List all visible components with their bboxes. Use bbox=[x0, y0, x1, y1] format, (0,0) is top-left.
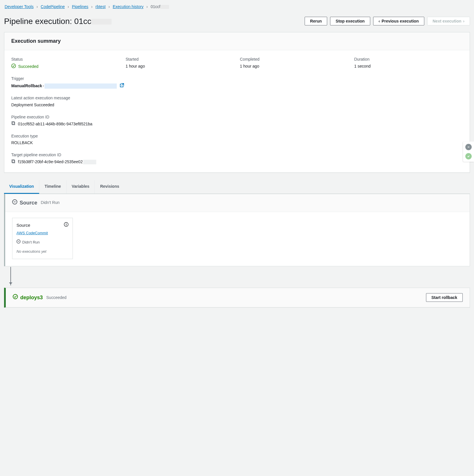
provider-link[interactable]: AWS CodeCommit bbox=[16, 230, 48, 236]
stage-source: Source Didn't Run Source AWS CodeCommit bbox=[4, 194, 470, 267]
action-card-source: Source AWS CodeCommit Didn't Run No exec… bbox=[12, 218, 73, 259]
info-icon[interactable] bbox=[64, 222, 68, 228]
didnt-run-icon bbox=[12, 199, 17, 207]
stage-source-title: Source bbox=[20, 199, 37, 207]
svg-point-8 bbox=[66, 223, 66, 224]
previous-execution-button[interactable]: ‹ Previous execution bbox=[373, 17, 424, 25]
target-exec-id-label: Target pipeline execution ID bbox=[11, 152, 463, 158]
chevron-right-icon: › bbox=[463, 19, 464, 23]
crumb-rbtest[interactable]: rbtest bbox=[95, 4, 105, 10]
trigger-separator: - bbox=[43, 83, 44, 89]
chevron-right-icon: › bbox=[91, 4, 93, 10]
message-label: Latest action execution message bbox=[11, 95, 463, 101]
crumb-developer-tools[interactable]: Developer Tools bbox=[5, 4, 34, 10]
started-value: 1 hour ago bbox=[126, 64, 234, 69]
tab-visualization[interactable]: Visualization bbox=[4, 180, 39, 194]
trigger-type: ManualRollback bbox=[11, 83, 42, 89]
execution-summary-panel: Execution summary Status Succeeded Start… bbox=[4, 32, 470, 173]
next-execution-button: Next execution › bbox=[427, 17, 470, 25]
previous-execution-label: Previous execution bbox=[382, 19, 419, 23]
started-label: Started bbox=[126, 57, 234, 62]
tab-timeline[interactable]: Timeline bbox=[39, 180, 66, 194]
copy-icon[interactable] bbox=[11, 159, 16, 165]
chevron-right-icon: › bbox=[108, 4, 110, 10]
stage-connector-arrow bbox=[10, 267, 11, 285]
floating-status-widget bbox=[463, 142, 474, 162]
action-buttons: Rerun Stop execution ‹ Previous executio… bbox=[305, 17, 470, 25]
svg-rect-9 bbox=[66, 224, 66, 226]
minus-circle-icon[interactable] bbox=[465, 144, 472, 150]
next-execution-label: Next execution bbox=[433, 19, 462, 23]
stage-deploys3: deploys3 Succeeded Start rollback bbox=[4, 288, 470, 308]
stage-deploy-status: Succeeded bbox=[46, 295, 66, 301]
stop-execution-button[interactable]: Stop execution bbox=[330, 17, 370, 25]
message-value: Deployment Succeeded bbox=[11, 102, 463, 108]
exec-type-value: ROLLBACK bbox=[11, 140, 463, 146]
rerun-button[interactable]: Rerun bbox=[305, 17, 327, 25]
panel-title: Execution summary bbox=[4, 32, 470, 50]
duration-label: Duration bbox=[354, 57, 463, 62]
exec-id-label: Pipeline execution ID bbox=[11, 114, 463, 120]
redacted-text bbox=[91, 19, 112, 25]
chevron-right-icon: › bbox=[147, 4, 148, 10]
chevron-right-icon: › bbox=[36, 4, 38, 10]
action-title: Source bbox=[16, 222, 30, 228]
tab-variables[interactable]: Variables bbox=[66, 180, 95, 194]
action-note: No executions yet bbox=[16, 249, 68, 254]
success-icon bbox=[11, 64, 16, 70]
stage-source-status: Didn't Run bbox=[41, 200, 60, 206]
redacted-text bbox=[83, 160, 96, 164]
duration-value: 1 second bbox=[354, 64, 463, 69]
target-exec-id-text: f15b38f7-20bf-4c9e-94ed-2535ee02 bbox=[18, 159, 83, 164]
trigger-label: Trigger bbox=[11, 76, 463, 82]
crumb-current-text: 01ccf bbox=[151, 4, 160, 9]
redacted-link bbox=[45, 83, 117, 89]
chevron-right-icon: › bbox=[68, 4, 69, 10]
exec-id-value: 01ccf652-ab11-4d4b-898c-9473ef8521ba bbox=[18, 121, 92, 127]
completed-label: Completed bbox=[240, 57, 349, 62]
status-value: Succeeded bbox=[18, 64, 38, 70]
redacted-text bbox=[160, 5, 169, 9]
status-label: Status bbox=[11, 57, 120, 62]
check-circle-icon[interactable] bbox=[465, 153, 472, 159]
success-icon bbox=[13, 294, 18, 301]
detail-tabs: Visualization Timeline Variables Revisio… bbox=[4, 180, 470, 194]
crumb-current: 01ccf bbox=[151, 4, 169, 10]
copy-icon[interactable] bbox=[11, 121, 16, 127]
page-title: Pipeline execution: 01cc bbox=[4, 16, 112, 27]
didnt-run-icon bbox=[16, 239, 21, 245]
start-rollback-button[interactable]: Start rollback bbox=[426, 293, 463, 302]
breadcrumb: Developer Tools › CodePipeline › Pipelin… bbox=[4, 3, 470, 13]
stage-deploy-title: deploys3 bbox=[20, 294, 43, 301]
action-status: Didn't Run bbox=[22, 240, 40, 245]
crumb-exec-history[interactable]: Execution history bbox=[113, 4, 144, 10]
completed-value: 1 hour ago bbox=[240, 64, 349, 69]
crumb-pipelines[interactable]: Pipelines bbox=[72, 4, 88, 10]
page-title-text: Pipeline execution: 01cc bbox=[4, 17, 91, 26]
external-link-icon[interactable] bbox=[120, 83, 124, 89]
chevron-left-icon: ‹ bbox=[379, 19, 380, 23]
target-exec-id-value: f15b38f7-20bf-4c9e-94ed-2535ee02 bbox=[18, 159, 96, 165]
exec-type-label: Execution type bbox=[11, 133, 463, 139]
crumb-codepipeline[interactable]: CodePipeline bbox=[41, 4, 65, 10]
svg-point-12 bbox=[13, 294, 18, 299]
tab-revisions[interactable]: Revisions bbox=[95, 180, 124, 194]
svg-point-0 bbox=[12, 64, 16, 68]
